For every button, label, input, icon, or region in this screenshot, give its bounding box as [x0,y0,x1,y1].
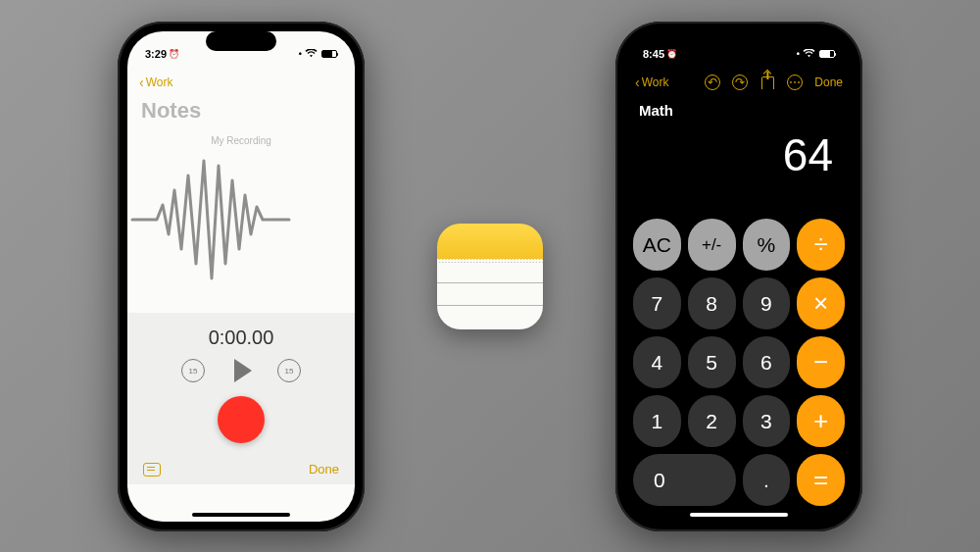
status-time: 3:29 [145,48,167,60]
waveform-icon [127,156,294,283]
dynamic-island [704,31,774,51]
done-button[interactable]: Done [309,462,339,477]
key-ac[interactable]: AC [633,219,681,271]
key-7[interactable]: 7 [633,277,681,329]
key-0[interactable]: 0 [633,454,736,506]
key-decimal[interactable]: . [743,454,791,506]
key-5[interactable]: 5 [688,336,736,388]
back-button[interactable]: Work [642,75,669,89]
calculator-keypad: AC +/- % ÷ 7 8 9 × 4 5 6 − 1 2 3 + 0 . = [625,219,853,506]
play-button[interactable] [234,359,252,382]
done-button[interactable]: Done [814,75,843,89]
timecode: 0:00.00 [127,326,355,349]
notes-app-icon[interactable] [437,224,543,329]
iphone-calculator: 8:45 ⏰ • ‹ Work ↶ ↷ ⋯ Done [615,22,862,531]
wifi-icon [803,48,815,60]
share-icon[interactable] [760,75,775,90]
alarm-icon: ⏰ [666,49,677,59]
key-multiply[interactable]: × [797,277,845,329]
cell-dot-icon: • [299,49,301,59]
key-plus[interactable]: + [797,395,845,447]
key-equals[interactable]: = [797,454,845,506]
key-2[interactable]: 2 [688,395,736,447]
home-indicator[interactable] [192,513,290,517]
key-8[interactable]: 8 [688,277,736,329]
page-title: Math [625,96,853,119]
key-percent[interactable]: % [743,219,791,271]
wifi-icon [305,48,318,60]
undo-icon[interactable]: ↶ [705,75,720,90]
skip-forward-button[interactable]: 15 [277,359,301,382]
iphone-notes: 3:29 ⏰ • ‹ Work Notes My Recording 0:00.… [118,22,365,531]
playback-controls: 0:00.00 15 15 Done [127,313,355,484]
key-divide[interactable]: ÷ [797,219,845,271]
back-chevron-icon[interactable]: ‹ [139,75,144,90]
page-title: Notes [127,96,355,129]
dynamic-island [206,31,276,51]
redo-icon[interactable]: ↷ [732,75,748,90]
more-icon[interactable]: ⋯ [787,75,803,90]
key-1[interactable]: 1 [633,395,681,447]
back-chevron-icon[interactable]: ‹ [635,75,640,90]
transcribe-icon[interactable] [143,463,161,477]
key-3[interactable]: 3 [743,395,791,447]
skip-back-button[interactable]: 15 [181,359,205,382]
key-minus[interactable]: − [797,336,845,388]
key-plusminus[interactable]: +/- [688,219,736,271]
key-9[interactable]: 9 [743,277,791,329]
key-6[interactable]: 6 [743,336,791,388]
battery-icon [819,50,835,58]
status-time: 8:45 [643,48,664,60]
record-button[interactable] [218,396,265,443]
cell-dot-icon: • [797,49,799,59]
calc-display: 64 [625,119,853,187]
alarm-icon: ⏰ [169,49,179,59]
home-indicator[interactable] [690,513,788,517]
recording-name[interactable]: My Recording [127,135,355,146]
back-button[interactable]: Work [146,75,173,89]
key-4[interactable]: 4 [633,336,681,388]
battery-icon [321,50,337,58]
